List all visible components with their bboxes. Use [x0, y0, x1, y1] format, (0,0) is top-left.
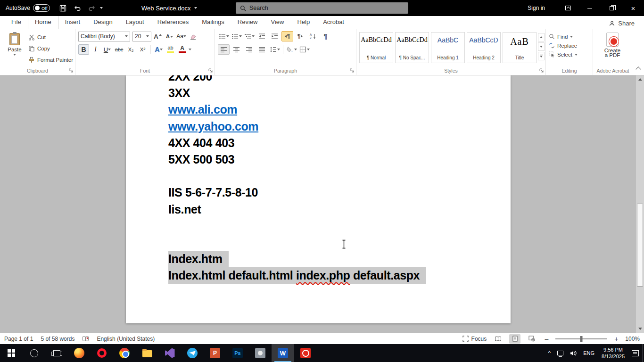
focus-button[interactable]: Focus — [462, 336, 487, 342]
align-center-button[interactable] — [231, 44, 242, 55]
web-layout-button[interactable] — [526, 334, 537, 344]
document-page[interactable]: 2XX 2003XXwww.ali.comwww.yahoo.com4XX 40… — [126, 75, 511, 323]
superscript-button[interactable]: X² — [137, 44, 148, 55]
font-dialog-launcher[interactable] — [208, 68, 213, 73]
taskbar-photoshop[interactable]: Ps — [226, 344, 249, 362]
replace-button[interactable]: Replace — [549, 41, 591, 50]
redo-button[interactable] — [88, 4, 96, 12]
taskbar-powerpoint[interactable]: P — [204, 344, 226, 362]
copy-button[interactable]: Copy — [28, 43, 73, 54]
left-to-right-direction-button[interactable]: ¶ — [281, 31, 293, 41]
doc-line[interactable] — [168, 218, 511, 234]
tab-design[interactable]: Design — [87, 16, 119, 29]
taskbar-opera[interactable] — [91, 344, 113, 362]
taskbar-app-gray[interactable] — [249, 344, 272, 362]
save-button[interactable] — [59, 5, 66, 12]
page-indicator[interactable]: Page 1 of 1 — [4, 336, 33, 342]
styles-dialog-launcher[interactable] — [539, 68, 544, 73]
tab-file[interactable]: File — [5, 16, 28, 29]
search-box[interactable]: Search — [236, 2, 408, 14]
clear-formatting-button[interactable] — [188, 31, 198, 41]
show-hidden-icons-button[interactable]: ^ — [545, 344, 554, 362]
doc-line[interactable]: Iis.net — [168, 201, 511, 218]
justify-button[interactable] — [256, 44, 268, 55]
font-name-select[interactable]: Calibri (Body) — [78, 32, 130, 41]
undo-button[interactable] — [74, 4, 81, 12]
text-highlight-button[interactable]: ab — [165, 44, 176, 55]
select-button[interactable]: Select — [549, 50, 591, 59]
cortana-search-button[interactable] — [23, 344, 45, 362]
tab-review[interactable]: Review — [231, 16, 264, 29]
line-spacing-button[interactable] — [269, 44, 281, 55]
zoom-slider[interactable] — [555, 338, 607, 339]
shading-button[interactable] — [286, 44, 297, 55]
underline-button[interactable]: U — [102, 44, 113, 55]
doc-line[interactable] — [168, 234, 511, 251]
font-color-dropdown-icon[interactable] — [189, 49, 191, 50]
paragraph-dialog-launcher[interactable] — [349, 68, 355, 73]
format-painter-button[interactable]: Format Painter — [28, 55, 73, 65]
increase-indent-button[interactable] — [269, 31, 281, 41]
taskbar-telegram[interactable] — [181, 344, 204, 362]
right-to-left-direction-button[interactable]: ¶ — [294, 31, 306, 41]
autosave-control[interactable]: AutoSave Off — [6, 4, 50, 12]
cut-button[interactable]: Cut — [28, 32, 73, 42]
read-mode-button[interactable] — [492, 334, 504, 344]
scroll-down-button[interactable] — [636, 325, 644, 333]
doc-line[interactable]: www.ali.com — [168, 101, 511, 118]
text-effects-button[interactable]: A — [153, 44, 164, 55]
ribbon-display-options-button[interactable] — [557, 0, 579, 16]
action-center-button[interactable] — [628, 344, 642, 362]
multilevel-list-button[interactable] — [243, 31, 255, 41]
grow-font-button[interactable]: A — [152, 31, 163, 41]
taskbar-visual-studio[interactable] — [158, 344, 181, 362]
language-switcher[interactable]: ENG — [580, 344, 598, 362]
style-normal[interactable]: AaBbCcDd¶ Normal — [359, 32, 393, 63]
word-count[interactable]: 5 of 58 words — [41, 336, 74, 342]
zoom-in-button[interactable]: + — [613, 335, 619, 343]
zoom-slider-thumb[interactable] — [580, 336, 583, 342]
zoom-out-button[interactable]: – — [543, 335, 550, 343]
doc-line[interactable]: 5XX 500 503 — [168, 151, 511, 168]
doc-line[interactable]: Index.htm — [168, 251, 229, 267]
tab-references[interactable]: References — [151, 16, 195, 29]
scroll-up-button[interactable] — [636, 75, 644, 83]
show-formatting-marks-button[interactable]: ¶ — [320, 31, 331, 41]
network-status-button[interactable] — [554, 344, 567, 362]
styles-scroll-up-button[interactable] — [538, 33, 545, 41]
find-button[interactable]: Find — [549, 32, 591, 41]
doc-line[interactable]: Index.html default.html index.php defaul… — [168, 267, 426, 284]
tab-mailings[interactable]: Mailings — [195, 16, 231, 29]
bullets-button[interactable] — [218, 31, 230, 41]
style-heading-2[interactable]: AaBbCcDHeading 2 — [467, 32, 501, 63]
numbering-button[interactable] — [231, 31, 242, 41]
font-size-select[interactable]: 20 — [132, 32, 151, 41]
doc-line[interactable]: 4XX 404 403 — [168, 135, 511, 151]
start-button[interactable] — [0, 344, 23, 362]
document-title-control[interactable]: Web Service.docx — [141, 5, 197, 12]
create-pdf-button[interactable]: Create a PDF — [596, 31, 629, 58]
styles-more-button[interactable] — [538, 52, 545, 60]
paste-button[interactable]: Paste — [3, 31, 26, 65]
tab-insert[interactable]: Insert — [58, 16, 87, 29]
borders-button[interactable] — [298, 44, 310, 55]
collapse-ribbon-button[interactable] — [636, 66, 641, 72]
taskbar-clock[interactable]: 9:56 PM 8/13/2025 — [598, 346, 628, 360]
autosave-toggle[interactable]: Off — [33, 4, 50, 12]
doc-line[interactable]: 3XX — [168, 85, 511, 101]
style-no-spac[interactable]: AaBbCcDd¶ No Spac... — [395, 32, 429, 63]
sort-button[interactable]: AZ — [307, 31, 319, 41]
styles-scroll-down-button[interactable] — [538, 42, 545, 51]
font-color-button[interactable]: A — [177, 44, 188, 55]
tab-acrobat[interactable]: Acrobat — [316, 16, 351, 29]
bold-button[interactable]: B — [78, 44, 89, 55]
zoom-level[interactable]: 100% — [625, 336, 640, 342]
align-left-button[interactable] — [218, 44, 230, 55]
shrink-font-button[interactable]: A — [164, 31, 175, 41]
taskbar-chrome[interactable] — [113, 344, 136, 362]
proofing-errors-button[interactable] — [82, 336, 89, 342]
sign-in-button[interactable]: Sign in — [528, 5, 545, 11]
align-right-button[interactable] — [243, 44, 255, 55]
tab-help[interactable]: Help — [290, 16, 316, 29]
style-title[interactable]: AaBTitle — [503, 32, 537, 63]
